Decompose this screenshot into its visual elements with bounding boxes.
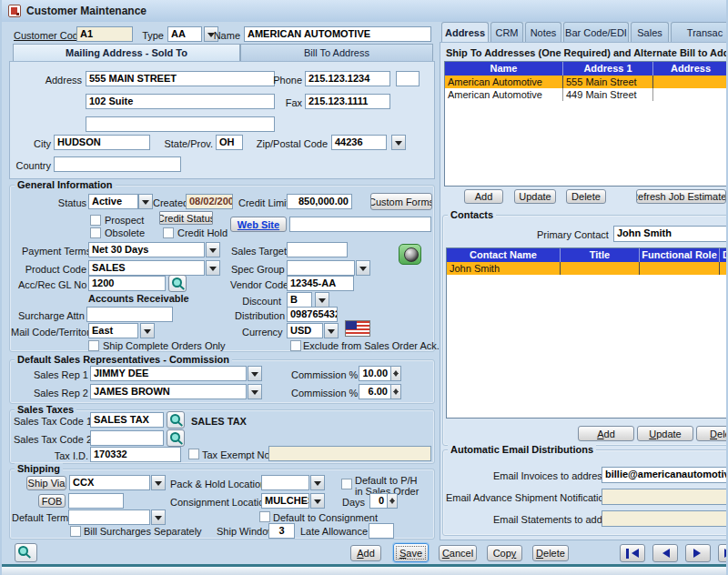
ship-to-update-button[interactable]: Update bbox=[514, 189, 556, 204]
delete-button[interactable]: Delete bbox=[532, 545, 569, 561]
zip-field[interactable]: 44236 bbox=[331, 135, 387, 150]
fob-button[interactable]: FOB bbox=[38, 494, 66, 508]
default-consignment-checkbox[interactable] bbox=[259, 511, 270, 522]
mail-code-field[interactable]: East bbox=[88, 323, 138, 338]
prospect-checkbox[interactable] bbox=[90, 215, 101, 226]
sales-tax-code2-field[interactable] bbox=[90, 430, 164, 446]
consignment-dropdown-icon[interactable] bbox=[310, 493, 325, 509]
contacts-delete-button[interactable]: Delete bbox=[696, 426, 728, 441]
payment-terms-field[interactable]: Net 30 Days bbox=[88, 242, 205, 257]
status-dropdown-icon[interactable] bbox=[138, 194, 153, 209]
sales-tax-code1-search-icon[interactable] bbox=[167, 411, 185, 429]
currency-field[interactable]: USD bbox=[287, 323, 323, 338]
discount-field[interactable]: B bbox=[287, 292, 312, 308]
custom-forms-button[interactable]: Custom Forms bbox=[370, 193, 432, 210]
ship-complete-checkbox[interactable] bbox=[88, 340, 99, 351]
fob-field[interactable] bbox=[68, 493, 124, 509]
ship-to-row[interactable]: American Automotive 449 Main Street bbox=[445, 88, 728, 101]
distribution-field[interactable]: 098765432 bbox=[287, 307, 338, 322]
currency-dropdown-icon[interactable] bbox=[324, 323, 339, 338]
address-line3-field[interactable] bbox=[86, 116, 275, 132]
web-site-field[interactable] bbox=[289, 217, 431, 232]
default-terms-field[interactable] bbox=[68, 509, 150, 525]
commission1-field[interactable]: 10.00 bbox=[359, 366, 391, 381]
phone-ext-field[interactable] bbox=[396, 71, 420, 86]
sales-target-field[interactable] bbox=[287, 242, 348, 257]
phone-field[interactable]: 215.123.1234 bbox=[305, 71, 390, 86]
discount-dropdown-icon[interactable] bbox=[315, 292, 329, 308]
sales-rep1-dropdown-icon[interactable] bbox=[248, 366, 262, 381]
ship-to-add-button[interactable]: Add bbox=[464, 189, 503, 204]
tab-sales[interactable]: Sales bbox=[631, 22, 669, 42]
exclude-ack-checkbox[interactable] bbox=[290, 340, 301, 351]
globe-icon[interactable] bbox=[399, 244, 421, 265]
ship-via-field[interactable]: CCX bbox=[69, 475, 150, 490]
web-site-button[interactable]: Web Site bbox=[230, 217, 287, 232]
pack-hold-dropdown-icon[interactable] bbox=[310, 475, 325, 490]
default-terms-dropdown-icon[interactable] bbox=[151, 509, 166, 525]
commission1-spinner[interactable] bbox=[391, 366, 401, 381]
spec-group-dropdown-icon[interactable] bbox=[356, 260, 370, 276]
vendor-code-field[interactable]: 12345-AA bbox=[287, 276, 354, 291]
type-field[interactable]: AA bbox=[167, 26, 202, 42]
credit-status-button[interactable]: Credit Status bbox=[159, 211, 213, 225]
tab-transactions[interactable]: Transac bbox=[671, 22, 728, 42]
customer-code-field[interactable]: A1 bbox=[76, 26, 133, 42]
tab-notes[interactable]: Notes bbox=[525, 22, 561, 42]
tab-bar-code-edi[interactable]: Bar Code/EDI bbox=[563, 22, 629, 42]
tax-exempt-checkbox[interactable] bbox=[188, 449, 199, 459]
tab-address[interactable]: Address bbox=[441, 22, 489, 43]
tab-bill-to-address[interactable]: Bill To Address bbox=[240, 44, 433, 62]
add-button[interactable]: Add bbox=[350, 545, 381, 561]
obsolete-checkbox[interactable] bbox=[90, 227, 101, 238]
ship-via-dropdown-icon[interactable] bbox=[151, 475, 166, 490]
product-code-dropdown-icon[interactable] bbox=[206, 260, 220, 276]
contacts-update-button[interactable]: Update bbox=[637, 426, 693, 441]
nav-previous-button[interactable] bbox=[652, 544, 678, 562]
sales-rep2-field[interactable]: JAMES BROWN bbox=[90, 384, 247, 399]
contacts-add-button[interactable]: Add bbox=[578, 426, 634, 441]
mail-code-dropdown-icon[interactable] bbox=[140, 323, 155, 338]
days-spinner[interactable] bbox=[388, 493, 398, 509]
ship-to-delete-button[interactable]: Delete bbox=[566, 189, 606, 204]
consignment-field[interactable]: MULCHES bbox=[261, 493, 309, 509]
tab-mailing-address[interactable]: Mailing Address - Sold To bbox=[13, 44, 240, 62]
payment-terms-dropdown-icon[interactable] bbox=[206, 242, 220, 257]
customer-code-link[interactable]: Customer Code bbox=[14, 30, 84, 41]
bill-surcharges-checkbox[interactable] bbox=[70, 526, 81, 537]
save-button[interactable]: Save bbox=[393, 543, 429, 562]
acc-rec-gl-field[interactable]: 1200 bbox=[88, 276, 166, 291]
acc-rec-search-icon[interactable] bbox=[168, 275, 187, 292]
pack-hold-field[interactable] bbox=[261, 475, 309, 490]
credit-hold-checkbox[interactable] bbox=[163, 227, 174, 238]
default-ph-checkbox[interactable] bbox=[341, 479, 352, 489]
contact-row-selected[interactable]: John Smith bbox=[447, 262, 728, 275]
ship-via-button[interactable]: Ship Via bbox=[26, 476, 66, 490]
ship-to-row-selected[interactable]: American Automotive 555 Main Street bbox=[445, 76, 728, 88]
cancel-button[interactable]: Cancel bbox=[439, 545, 477, 561]
sales-tax-code1-field[interactable]: SALES TAX bbox=[90, 412, 164, 428]
address-line1-field[interactable]: 555 MAIN STREET bbox=[86, 71, 275, 86]
name-field[interactable]: AMERICAN AUTOMOTIVE bbox=[244, 26, 431, 42]
product-code-field[interactable]: SALES bbox=[88, 260, 205, 276]
tax-id-field[interactable]: 170332 bbox=[90, 447, 181, 462]
nav-last-button[interactable] bbox=[718, 544, 728, 562]
fax-field[interactable]: 215.123.1111 bbox=[305, 94, 390, 109]
zip-dropdown-icon[interactable] bbox=[391, 135, 406, 150]
city-field[interactable]: HUDSON bbox=[54, 135, 150, 150]
ship-window-field[interactable]: 3 bbox=[268, 523, 295, 539]
copy-button[interactable]: Copy bbox=[487, 545, 522, 561]
footer-search-button[interactable] bbox=[15, 543, 37, 562]
spec-group-field[interactable] bbox=[287, 260, 355, 276]
sales-rep2-dropdown-icon[interactable] bbox=[248, 384, 262, 399]
country-field[interactable] bbox=[54, 156, 181, 172]
credit-limit-field[interactable]: 850,000.00 bbox=[287, 194, 352, 209]
nav-next-button[interactable] bbox=[685, 544, 711, 562]
title-bar[interactable]: Customer Maintenance bbox=[2, 0, 728, 22]
address-line2-field[interactable]: 102 Suite bbox=[86, 94, 275, 109]
commission2-spinner[interactable] bbox=[391, 384, 401, 399]
sales-rep1-field[interactable]: JIMMY DEE bbox=[90, 366, 247, 381]
refresh-job-estimates-button[interactable]: Refresh Job Estimates bbox=[636, 189, 726, 204]
primary-contact-field[interactable]: John Smith bbox=[613, 226, 728, 242]
sales-tax-code2-search-icon[interactable] bbox=[167, 429, 185, 447]
